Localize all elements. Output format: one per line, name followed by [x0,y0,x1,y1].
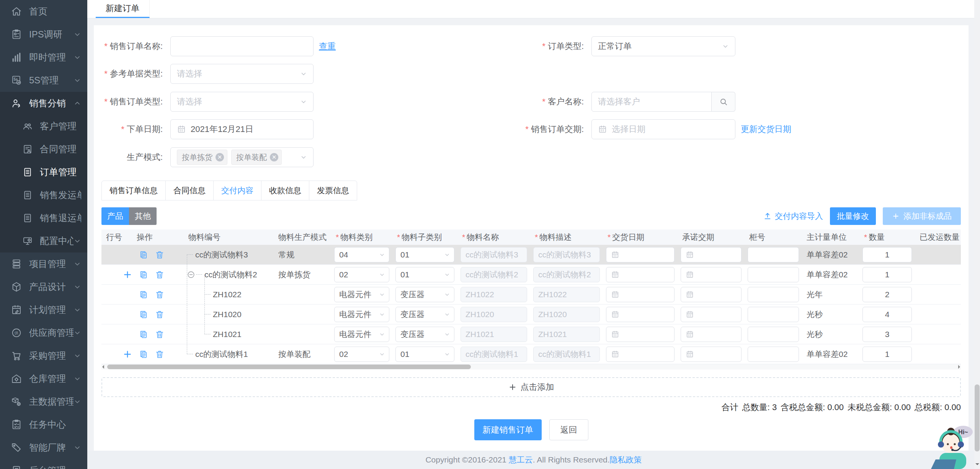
add-subrow-icon[interactable] [122,270,132,280]
cabinet-no-input[interactable] [748,327,799,342]
cabinet-no-input[interactable] [748,267,799,282]
update-delivery-date-link[interactable]: 更新交货日期 [741,124,791,135]
subcategory-select[interactable]: 01 [395,247,454,262]
batch-edit-button[interactable]: 批量修改 [830,207,876,225]
section-tab-1[interactable]: 合同信息 [166,181,214,200]
quantity-input[interactable]: 3 [862,327,912,342]
check-duplicate-link[interactable]: 查重 [319,41,336,52]
sidebar-item-task-center[interactable]: 任务中心 [0,413,87,436]
section-tab-3[interactable]: 收款信息 [261,181,309,200]
sidebar-item-contract-mgmt[interactable]: 合同管理 [0,138,87,161]
subcategory-select[interactable]: 01 [395,347,454,362]
ref-doc-type-select[interactable]: 请选择 [170,64,314,84]
scroll-left-arrow-icon[interactable] [102,365,104,369]
sidebar-item-config-center[interactable]: 配置中心 [0,230,87,252]
category-select[interactable]: 04 [334,247,389,262]
promised_date-input[interactable] [681,347,742,362]
sidebar-item-5s-mgmt[interactable]: 5s5S管理 [0,69,87,92]
sidebar-item-home[interactable]: 首页 [0,0,87,23]
copy-row-icon[interactable] [139,329,149,339]
category-select[interactable]: 电器元件 [334,287,389,302]
sidebar-item-masterdata-mgmt[interactable]: 主数据管理 [0,390,87,413]
order-type-select[interactable]: 正常订单 [591,36,735,56]
quantity-input[interactable]: 2 [862,287,912,302]
category-select[interactable]: 02 [334,267,389,282]
sidebar-item-realtime-mgmt[interactable]: 即时管理 [0,46,87,69]
copy-row-icon[interactable] [139,349,149,359]
sidebar-item-sales-return[interactable]: 销售退运单 [0,207,87,230]
delete-row-icon[interactable] [155,270,165,280]
sidebar-item-smart-plate[interactable]: 智能厂牌 [0,436,87,459]
delete-row-icon[interactable] [155,329,165,339]
promised_date-input[interactable] [681,287,742,302]
delete-row-icon[interactable] [155,349,165,359]
category-select[interactable]: 电器元件 [334,307,389,322]
assistant-mascot[interactable]: Hi~ [931,422,974,469]
tab-new-order[interactable]: 新建订单 [96,0,150,18]
sidebar-item-warehouse-mgmt[interactable]: 仓库管理 [0,367,87,390]
section-tab-4[interactable]: 发票信息 [309,181,357,200]
remove-tag-icon[interactable]: ✕ [216,153,224,161]
vertical-scrollbar-thumb[interactable] [975,384,980,451]
sidebar-item-ips-survey[interactable]: IPS调研 [0,23,87,46]
delivery_date-input[interactable] [606,307,675,322]
subcategory-select[interactable]: 变压器 [395,327,454,342]
sidebar-item-supplier-mgmt[interactable]: 供供应商管理 [0,321,87,344]
customer-name-input[interactable]: 请选择客户 [591,92,712,112]
delivery_date-input[interactable] [606,327,675,342]
add-row-button[interactable]: 点击添加 [101,377,961,397]
delete-row-icon[interactable] [155,309,165,319]
sidebar-item-project-mgmt[interactable]: 项目管理 [0,252,87,275]
create-sales-order-button[interactable]: 新建销售订单 [474,419,542,440]
promised_date-input[interactable] [681,247,742,262]
toggle-product-button[interactable]: 产品 [101,207,129,225]
order-name-input[interactable] [170,36,314,56]
sidebar-item-product-design[interactable]: 产品设计 [0,275,87,298]
vertical-scrollbar[interactable] [974,0,980,469]
quantity-input[interactable]: 1 [862,347,912,362]
delivery_date-input[interactable] [606,347,675,362]
category-select[interactable]: 电器元件 [334,327,389,342]
customer-search-button[interactable] [712,92,735,112]
remove-tag-icon[interactable]: ✕ [270,153,278,161]
section-tab-2[interactable]: 交付内容 [214,181,261,200]
sidebar-item-sales-distribution[interactable]: 销售分销 [0,92,87,115]
brand-link[interactable]: 慧工云 [509,454,533,465]
promised_date-input[interactable] [681,327,742,342]
scroll-down-arrow-icon[interactable] [975,463,979,465]
add-nonstandard-button[interactable]: 添加非标成品 [883,207,961,225]
scroll-right-arrow-icon[interactable] [958,365,960,369]
collapse-node-icon[interactable] [187,270,195,279]
delete-row-icon[interactable] [155,250,165,260]
section-tab-0[interactable]: 销售订单信息 [102,181,166,200]
privacy-policy-link[interactable]: 隐私政策 [610,454,642,465]
promised_date-input[interactable] [681,307,742,322]
sidebar-item-sales-shipment[interactable]: 销售发运单 [0,184,87,207]
quantity-input[interactable]: 1 [862,267,912,282]
copy-row-icon[interactable] [139,270,149,280]
delivery_date-input[interactable] [606,247,675,262]
cabinet-no-input[interactable] [748,307,799,322]
horizontal-scrollbar-thumb[interactable] [107,365,471,369]
sidebar-item-admin-mgmt[interactable]: 后台管理 [0,459,87,469]
sidebar-item-purchase-mgmt[interactable]: 采购管理 [0,344,87,367]
cabinet-no-input[interactable] [748,287,799,302]
toggle-other-button[interactable]: 其他 [129,207,157,225]
sidebar-item-plan-mgmt[interactable]: 计划管理 [0,298,87,321]
sales-order-type-select[interactable]: 请选择 [170,92,314,112]
quantity-input[interactable]: 1 [862,247,912,262]
cabinet-no-input[interactable] [748,247,799,262]
add-subrow-icon[interactable] [122,349,132,359]
copy-row-icon[interactable] [139,290,149,300]
sidebar-item-customer-mgmt[interactable]: 客户管理 [0,115,87,138]
copy-row-icon[interactable] [139,309,149,319]
copy-row-icon[interactable] [139,250,149,260]
delivery_date-input[interactable] [606,267,675,282]
delivery_date-input[interactable] [606,287,675,302]
delivery-import-link[interactable]: 交付内容导入 [763,211,823,221]
sidebar-item-order-mgmt[interactable]: 订单管理 [0,161,87,184]
order-date-input[interactable]: 2021年12月21日 [170,119,314,139]
category-select[interactable]: 02 [334,347,389,362]
back-button[interactable]: 返回 [549,419,588,440]
promised_date-input[interactable] [681,267,742,282]
